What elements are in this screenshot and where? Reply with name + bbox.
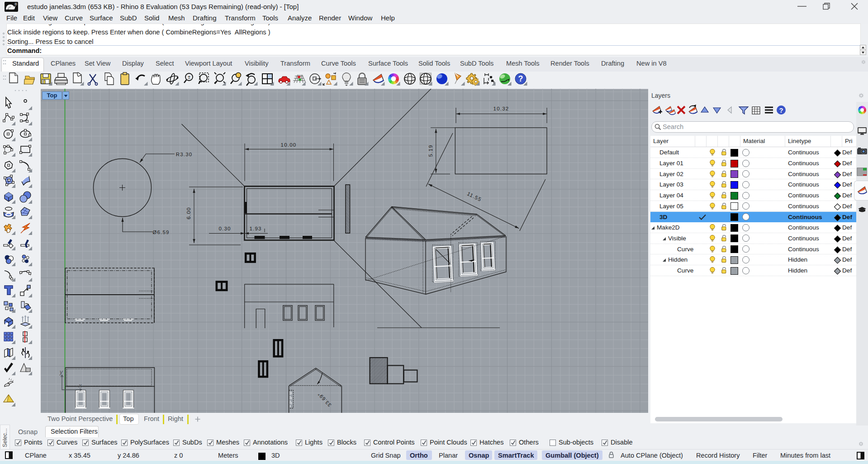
svg-text:?: ? (518, 74, 523, 83)
svg-text:y: y (59, 368, 63, 375)
svg-text:33.69°: 33.69° (316, 391, 332, 408)
svg-text:10.32: 10.32 (493, 106, 509, 111)
svg-text:0.30: 0.30 (218, 226, 231, 231)
svg-text:6.00: 6.00 (186, 207, 191, 219)
svg-text:5.19: 5.19 (428, 144, 433, 157)
svg-text:11.55: 11.55 (466, 191, 483, 203)
svg-text:R3.30: R3.30 (176, 152, 193, 157)
svg-text:±: ± (188, 74, 190, 80)
svg-text:10.00: 10.00 (281, 142, 297, 148)
svg-text:1.93: 1.93 (249, 226, 261, 231)
svg-text:?: ? (779, 106, 783, 114)
svg-text:Ø6.59: Ø6.59 (152, 230, 169, 235)
svg-text:x: x (78, 382, 82, 389)
